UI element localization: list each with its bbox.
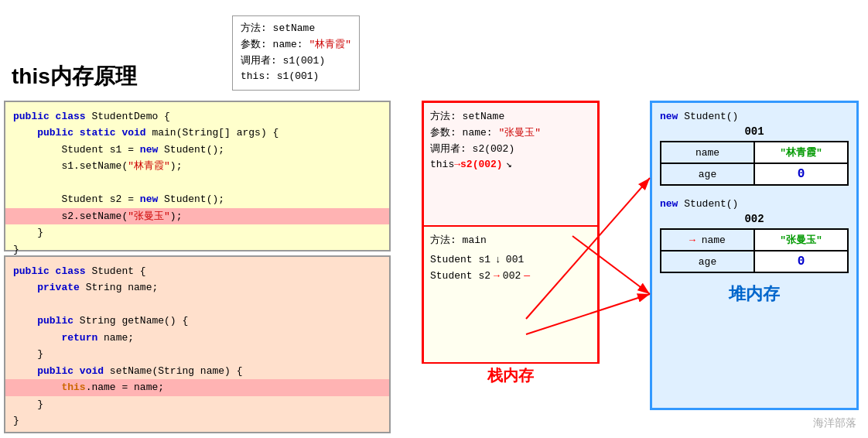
- heap-obj1-age-key: age: [661, 163, 754, 185]
- heap-object-2: new Student() 002 → name "张曼玉" age 0: [660, 198, 849, 273]
- code-line: public class Student {: [13, 263, 381, 279]
- heap-obj1-table: name "林青霞" age 0: [660, 141, 849, 186]
- code-line: Student s1 = new Student();: [13, 142, 381, 158]
- code-line-highlighted: s2.setName("张曼玉");: [5, 208, 389, 224]
- heap-obj1-title: new Student(): [660, 111, 849, 122]
- stack-this: this→s2(002) ↘: [430, 157, 591, 173]
- tooltip-setname-top: 方法: setName 参数: name: "林青霞" 调用者: s1(001)…: [232, 15, 360, 91]
- heap-obj2-title: new Student(): [660, 198, 849, 210]
- heap-obj2-id: 002: [660, 213, 849, 225]
- code-line-highlighted: this.name = name;: [5, 379, 389, 395]
- code-line: public void setName(String name) {: [13, 363, 381, 379]
- code-line: }: [13, 224, 381, 241]
- heap-obj2-name-key: → name: [661, 229, 754, 251]
- code-line: private String name;: [13, 279, 381, 296]
- heap-panel: new Student() 001 name "林青霞" age 0 new S…: [650, 101, 859, 410]
- stack-param: 参数: name: "张曼玉": [430, 125, 591, 142]
- stack-var-s2: Student s2 → 002 —: [430, 269, 591, 285]
- stack-main-frame: 方法: main Student s1 ↓ 001 Student s2 → 0…: [424, 227, 597, 362]
- heap-obj1-name-key: name: [661, 142, 754, 163]
- code-line: }: [13, 346, 381, 362]
- code-line: public class StudentDemo {: [13, 108, 381, 125]
- page-title: this内存原理: [12, 62, 137, 91]
- heap-obj2-name-val: "张曼玉": [754, 229, 848, 251]
- stack-caller: 调用者: s2(002): [430, 142, 591, 158]
- stack-main-title: 方法: main: [430, 233, 591, 249]
- heap-obj2-age-key: age: [661, 251, 754, 272]
- heap-label: 堆内存: [660, 282, 849, 306]
- code-line: Student s2 = new Student();: [13, 191, 381, 207]
- code-panel-student: public class Student { private String na…: [4, 255, 391, 433]
- stack-label: 栈内存: [424, 365, 597, 386]
- code-line: public static void main(String[] args) {: [13, 125, 381, 141]
- tooltip-line-3: 调用者: s1(001): [241, 53, 351, 70]
- heap-obj2-table: → name "张曼玉" age 0: [660, 228, 849, 273]
- stack-setname-frame: 方法: setName 参数: name: "张曼玉" 调用者: s2(002)…: [424, 103, 597, 227]
- heap-obj1-id: 001: [660, 125, 849, 138]
- code-line: s1.setName("林青霞");: [13, 158, 381, 174]
- code-line: }: [13, 412, 381, 429]
- tooltip-line-4: this: s1(001): [241, 69, 351, 85]
- code-panel-main: public class StudentDemo { public static…: [4, 101, 391, 252]
- tooltip-line-1: 方法: setName: [241, 21, 351, 37]
- code-line: }: [13, 396, 381, 412]
- heap-obj1-name-val: "林青霞": [754, 142, 848, 163]
- heap-object-1: new Student() 001 name "林青霞" age 0: [660, 111, 849, 186]
- watermark: 海洋部落: [813, 416, 856, 430]
- stack-var-s1: Student s1 ↓ 001: [430, 252, 591, 269]
- stack-panel: 方法: setName 参数: name: "张曼玉" 调用者: s2(002)…: [422, 101, 600, 364]
- code-line: [13, 296, 381, 313]
- heap-obj2-age-val: 0: [754, 251, 848, 272]
- stack-method-name: 方法: setName: [430, 109, 591, 125]
- heap-obj1-age-val: 0: [754, 163, 848, 185]
- code-line: return name;: [13, 330, 381, 346]
- code-line: public String getName() {: [13, 313, 381, 329]
- tooltip-line-2: 参数: name: "林青霞": [241, 37, 351, 53]
- code-line: [13, 175, 381, 191]
